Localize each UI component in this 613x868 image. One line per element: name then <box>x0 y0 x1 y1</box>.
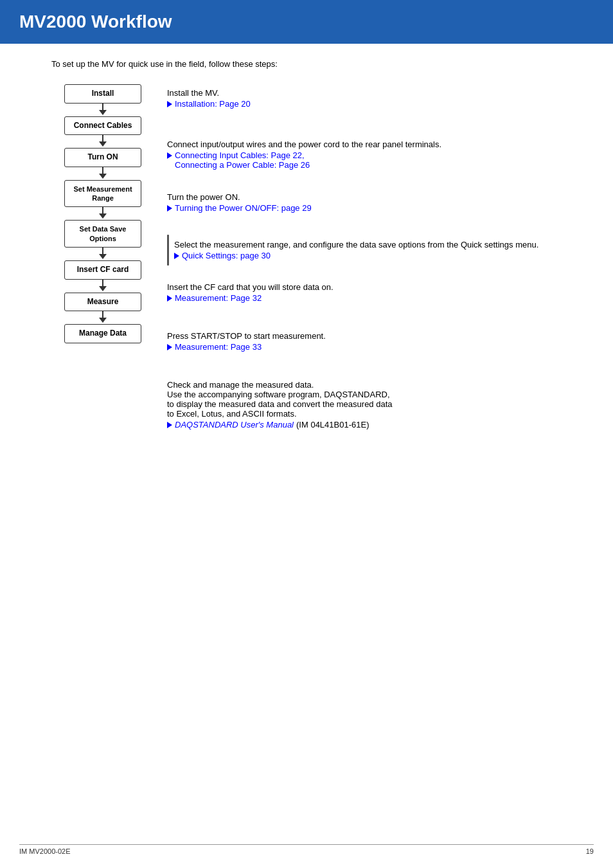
grouped-desc: Select the measurement range, and config… <box>174 235 562 266</box>
link-measurement-33: Measurement: Page 33 <box>167 342 562 352</box>
daqstandard-suffix: (IM 04L41B01-61E) <box>296 420 369 429</box>
flow-box-set-measurement-range: Set Measurement Range <box>64 180 141 208</box>
flow-box-measure: Measure <box>64 293 141 312</box>
link-quick-settings-page[interactable]: Quick Settings: page 30 <box>182 251 271 260</box>
desc-manage-text-3: to display the measured data and convert… <box>167 399 562 409</box>
desc-manage-text-4: to Excel, Lotus, and ASCII formats. <box>167 409 562 419</box>
flow-box-turn-on: Turn ON <box>64 148 141 167</box>
desc-install-text: Install the MV. <box>167 88 562 98</box>
desc-insert-cf-card: Insert the CF card that you will store d… <box>167 280 562 318</box>
link-installation-page[interactable]: Installation: Page 20 <box>175 99 251 109</box>
link-turning-power-page[interactable]: Turning the Power ON/OFF: page 29 <box>175 203 312 213</box>
footer-right: 19 <box>586 847 594 855</box>
arrow-icon-connect <box>167 152 172 159</box>
desc-manage-text-2: Use the accompanying software program, D… <box>167 390 562 399</box>
flow-box-manage-data: Manage Data <box>64 324 141 343</box>
page-header: MV2000 Workflow <box>0 0 613 44</box>
workflow-diagram: Install Connect Cables <box>51 84 562 429</box>
link-installation: Installation: Page 20 <box>167 99 562 109</box>
arrow-icon-daqstandard <box>167 422 172 428</box>
arrow-icon-measure <box>167 344 172 350</box>
connector-4 <box>99 207 107 220</box>
flow-box-set-data-save-options: Set Data Save Options <box>64 220 141 248</box>
arrow-icon-quick-settings <box>174 253 179 259</box>
grouped-section: Select the measurement range, and config… <box>167 235 562 266</box>
desc-connect-cables: Connect input/output wires and the power… <box>167 137 562 179</box>
link-measurement-page-32[interactable]: Measurement: Page 32 <box>175 293 262 303</box>
connector-1 <box>99 104 107 116</box>
link-daqstandard: DAQSTANDARD User's Manual (IM 04L41B01-6… <box>167 420 562 429</box>
arrow-icon-cf <box>167 295 172 302</box>
desc-cf-text: Insert the CF card that you will store d… <box>167 282 562 292</box>
connector-6 <box>99 280 107 293</box>
flow-boxes-column: Install Connect Cables <box>51 84 154 429</box>
link-quick-settings: Quick Settings: page 30 <box>174 251 562 260</box>
arrow-icon-turn-on <box>167 205 172 212</box>
intro-text: To set up the MV for quick use in the fi… <box>51 59 562 69</box>
arrow-icon-install <box>167 101 172 107</box>
desc-measure-text: Press START/STOP to start measurement. <box>167 331 562 341</box>
flow-box-connect-cables: Connect Cables <box>64 116 141 136</box>
link-measurement-32: Measurement: Page 32 <box>167 293 562 303</box>
descriptions-column: Install the MV. Installation: Page 20 Co… <box>167 84 562 429</box>
connector-5 <box>99 248 107 260</box>
bracket-line <box>167 235 169 266</box>
desc-turn-on: Turn the power ON. Turning the Power ON/… <box>167 190 562 228</box>
footer-left: IM MV2000-02E <box>19 847 70 855</box>
connector-7 <box>99 311 107 324</box>
connector-3 <box>99 167 107 180</box>
connector-2 <box>99 135 107 148</box>
grouped-desc-text: Select the measurement range, and config… <box>174 240 562 249</box>
flow-box-install: Install <box>64 84 141 104</box>
desc-turn-on-text: Turn the power ON. <box>167 192 562 202</box>
desc-manage-data: Check and manage the measured data. Use … <box>167 377 562 429</box>
page-title: MV2000 Workflow <box>19 12 594 32</box>
desc-connect-text: Connect input/output wires and the power… <box>167 140 562 149</box>
page-footer: IM MV2000-02E 19 <box>19 844 594 855</box>
link-connecting-input: Connecting Input Cables: Page 22, <box>167 150 562 160</box>
desc-manage-text-1: Check and manage the measured data. <box>167 380 562 390</box>
link-connecting-input-page[interactable]: Connecting Input Cables: Page 22, <box>175 150 305 160</box>
flow-box-insert-cf-card: Insert CF card <box>64 260 141 280</box>
desc-measure: Press START/STOP to start measurement. M… <box>167 329 562 367</box>
link-measurement-page-33[interactable]: Measurement: Page 33 <box>175 342 262 352</box>
link-power-cable: Connecting a Power Cable: Page 26 <box>175 160 562 170</box>
link-daqstandard-manual[interactable]: DAQSTANDARD User's Manual <box>175 420 294 429</box>
link-turning-power: Turning the Power ON/OFF: page 29 <box>167 203 562 213</box>
link-power-cable-page[interactable]: Connecting a Power Cable: Page 26 <box>175 160 310 170</box>
desc-install: Install the MV. Installation: Page 20 <box>167 84 562 123</box>
